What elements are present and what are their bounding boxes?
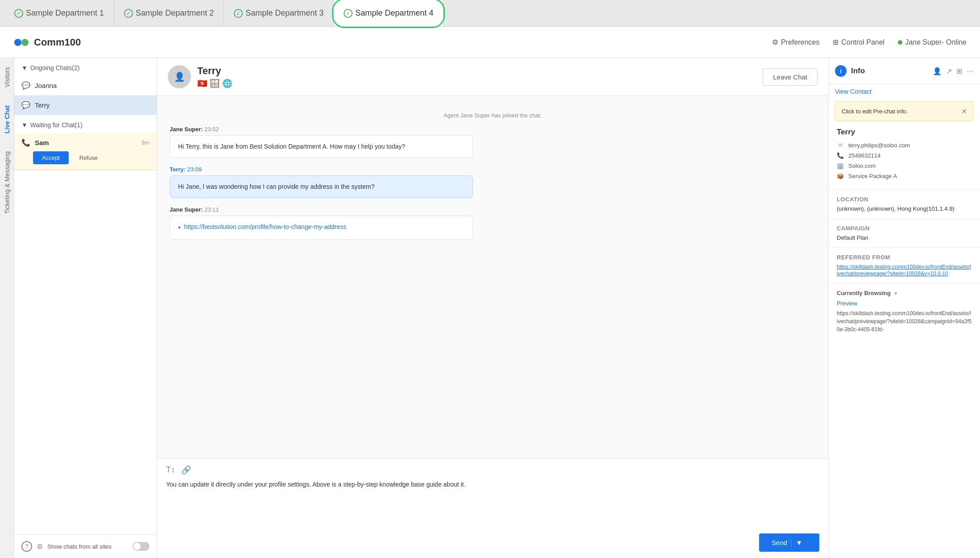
chat-item-joanna[interactable]: 💬 Joanna: [14, 76, 157, 96]
show-all-sites-toggle[interactable]: [133, 542, 149, 551]
main-content: Visitors Live Chat Ticketing & Messaging…: [0, 58, 980, 558]
contact-package: Service Package A: [848, 173, 897, 179]
system-message: Agent Jane Super has joined the chat.: [170, 112, 816, 119]
online-dot: [898, 40, 902, 45]
info-title: Info: [851, 67, 928, 75]
chat-bubble-icon-2: 💬: [21, 101, 30, 109]
leave-chat-button[interactable]: Leave Chat: [763, 68, 818, 86]
msg-bubble-2: Hi Jane, I was wondering how I can provi…: [170, 175, 473, 198]
msg-bubble-3: • https://bestsolution.com/profile/how-t…: [170, 216, 473, 240]
settings-gear-icon[interactable]: ⚙: [37, 542, 43, 551]
pre-chat-banner[interactable]: Click to edit Pre-chat info. ✕: [835, 101, 974, 121]
sidebar-live-chat[interactable]: Live Chat: [1, 96, 13, 142]
chat-bubble-icon: 💬: [21, 81, 30, 90]
vertical-sidebar: Visitors Live Chat Ticketing & Messaging: [0, 58, 14, 558]
tab-dept-2[interactable]: ✓ Sample Department 2: [114, 0, 224, 26]
referred-from-title: Referred From: [837, 254, 972, 261]
currently-browsing-section: Currently Browsing ▼ Preview https://ski…: [829, 283, 980, 340]
waiting-arrow: ▼: [21, 121, 28, 129]
tab-check-3: ✓: [234, 9, 243, 18]
text-format-icon[interactable]: T↕: [166, 465, 175, 475]
browsing-header[interactable]: Currently Browsing ▼: [837, 290, 972, 296]
msg-sender-1: Jane Super: 23:02: [170, 126, 816, 133]
info-icon: i: [835, 65, 847, 77]
chat-item-terry[interactable]: 💬 Terry: [14, 96, 157, 115]
waiting-actions: Accept Refuse: [21, 151, 149, 164]
contact-phone: 2548632114: [848, 152, 880, 159]
chat-area: 👤 Terry 🇭🇰 🪟 🌐 Leave Chat Agent Jane Sup…: [157, 58, 828, 558]
more-options-icon[interactable]: ⋯: [967, 67, 974, 75]
flag-windows: 🪟: [210, 79, 220, 88]
right-panel-header: i Info 👤 ↗ ⊞ ⋯: [829, 58, 980, 84]
control-panel-icon: ⊞: [833, 38, 839, 46]
attachment-icon[interactable]: 🔗: [181, 465, 191, 475]
msg-sender-2: Terry: 23:09: [170, 166, 816, 173]
location-value: (unknown), (unknown), Hong Kong(101.1.4.…: [837, 205, 972, 212]
referred-from-link[interactable]: https://skilldash.testing.comm100dev.io/…: [837, 264, 971, 277]
chat-user-name: Terry: [197, 65, 232, 77]
flag-hk: 🇭🇰: [197, 79, 207, 88]
preferences-icon: ⚙: [772, 38, 778, 46]
bullet-link: • https://bestsolution.com/profile/how-t…: [178, 222, 465, 233]
phone-icon: 📞: [21, 138, 30, 147]
message-group-3: Jane Super: 23:11 • https://bestsolution…: [170, 206, 816, 240]
ongoing-chats-header[interactable]: ▼ Ongoing Chats(2): [14, 58, 157, 76]
chat-user-info: Terry 🇭🇰 🪟 🌐: [197, 65, 232, 88]
header-actions: ⚙ Preferences ⊞ Control Panel Jane Super…: [772, 38, 967, 46]
flag-chrome: 🌐: [222, 79, 232, 88]
grid-icon[interactable]: ⊞: [956, 67, 962, 75]
preferences-label: Preferences: [781, 38, 819, 46]
svg-point-1: [21, 39, 29, 46]
msg-text-2: Hi Jane, I was wondering how I can provi…: [178, 183, 374, 190]
compose-toolbar: T↕ 🔗: [166, 465, 819, 475]
person-icon[interactable]: 👤: [933, 67, 942, 75]
email-icon: ✉: [837, 142, 844, 149]
send-dropdown-icon[interactable]: ▼: [791, 539, 807, 546]
tab-check-2: ✓: [124, 9, 133, 18]
contact-package-row: 📦 Service Package A: [837, 173, 972, 179]
sidebar-visitors[interactable]: Visitors: [1, 58, 13, 96]
contact-company: Soloo.com: [848, 162, 876, 169]
compose-input[interactable]: [166, 479, 819, 529]
wait-time: 9m: [141, 139, 149, 146]
control-panel-label: Control Panel: [841, 38, 884, 46]
close-banner-icon[interactable]: ✕: [961, 107, 967, 116]
accept-button[interactable]: Accept: [33, 151, 69, 164]
browsing-title: Currently Browsing: [837, 290, 891, 296]
contact-section: Terry ✉ terry.philips@soloo.com 📞 254863…: [829, 128, 980, 189]
tab-label-4: Sample Department 4: [355, 8, 433, 18]
waiting-item-header: 📞 Sam 9m: [21, 138, 149, 147]
campaign-value: Default Plan: [837, 234, 972, 241]
user-status[interactable]: Jane Super- Online: [898, 38, 967, 46]
chat-name-joanna: Joanna: [35, 82, 57, 89]
message-link[interactable]: https://bestsolution.com/profile/how-to-…: [184, 222, 346, 232]
message-group-2: Terry: 23:09 Hi Jane, I was wondering ho…: [170, 166, 816, 198]
tab-dept-4[interactable]: ✓ Sample Department 4: [334, 0, 444, 26]
tab-dept-1[interactable]: ✓ Sample Department 1: [4, 0, 114, 26]
preferences-button[interactable]: ⚙ Preferences: [772, 38, 819, 46]
browsing-url: https://skilldash.testing.comm100dev.io/…: [837, 309, 972, 333]
help-icon[interactable]: ?: [21, 541, 32, 552]
waiting-name: Sam: [35, 139, 49, 146]
main-header: Comm100 ⚙ Preferences ⊞ Control Panel Ja…: [0, 27, 980, 58]
campaign-section: Campaign Default Plan: [829, 218, 980, 247]
send-button[interactable]: Send ▼: [759, 533, 819, 552]
view-contact-link[interactable]: View Contact: [829, 84, 980, 101]
sidebar-ticketing[interactable]: Ticketing & Messaging: [1, 142, 13, 223]
toggle-knob: [133, 543, 141, 550]
msg-bubble-1: Hi Terry, this is Jane from Best Solutio…: [170, 135, 473, 158]
refuse-button[interactable]: Refuse: [73, 151, 104, 164]
control-panel-button[interactable]: ⊞ Control Panel: [833, 38, 884, 46]
send-label: Send: [772, 539, 787, 546]
chat-messages: Agent Jane Super has joined the chat. Ja…: [157, 96, 828, 458]
waiting-chats-header[interactable]: ▼ Waiting for Chat(1): [14, 115, 157, 133]
department-tabs: ✓ Sample Department 1 ✓ Sample Departmen…: [0, 0, 980, 27]
waiting-item-sam: 📞 Sam 9m Accept Refuse: [14, 133, 157, 170]
ongoing-arrow: ▼: [21, 64, 28, 71]
right-header-icons: 👤 ↗ ⊞ ⋯: [933, 67, 974, 75]
tab-dept-3[interactable]: ✓ Sample Department 3: [224, 0, 334, 26]
user-label: Jane Super- Online: [905, 38, 967, 46]
location-title: Location: [837, 196, 972, 203]
preview-link[interactable]: Preview: [837, 300, 972, 307]
external-link-icon[interactable]: ↗: [946, 67, 952, 75]
